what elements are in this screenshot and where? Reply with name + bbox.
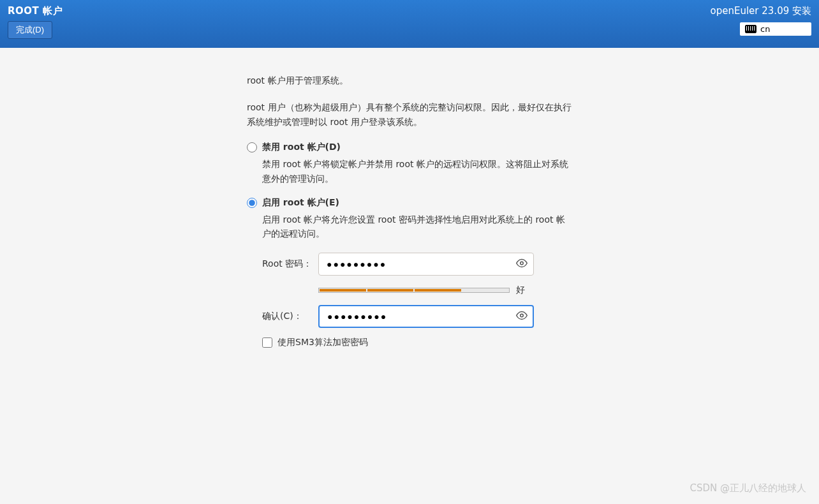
watermark: CSDN @正儿八经的地球人 bbox=[690, 482, 806, 494]
password-strength-label: 好 bbox=[516, 285, 525, 296]
svg-point-1 bbox=[520, 314, 524, 317]
disable-root-option[interactable]: 禁用 root 帐户(D) bbox=[247, 142, 572, 153]
password-form: Root 密码： 好 确认(C)： bbox=[262, 253, 572, 348]
description-2: root 用户（也称为超级用户）具有整个系统的完整访问权限。因此，最好仅在执行系… bbox=[247, 100, 572, 129]
strength-segment bbox=[320, 289, 366, 292]
strength-segment bbox=[415, 289, 461, 292]
confirm-label: 确认(C)： bbox=[262, 311, 311, 322]
disable-root-description: 禁用 root 帐户将锁定帐户并禁用 root 帐户的远程访问权限。这将阻止对系… bbox=[262, 157, 572, 186]
page-title: ROOT 帐户 bbox=[8, 5, 63, 17]
root-password-input[interactable] bbox=[318, 253, 534, 276]
confirm-row: 确认(C)： bbox=[262, 305, 572, 328]
password-row: Root 密码： bbox=[262, 253, 572, 276]
sm3-checkbox[interactable] bbox=[262, 337, 272, 348]
enable-root-label[interactable]: 启用 root 帐户(E) bbox=[262, 197, 339, 209]
enable-root-radio[interactable] bbox=[247, 198, 257, 208]
content-column: root 帐户用于管理系统。 root 用户（也称为超级用户）具有整个系统的完整… bbox=[247, 73, 572, 348]
password-input-wrapper bbox=[318, 253, 534, 276]
keyboard-layout-label: cn bbox=[760, 24, 770, 34]
strength-segment bbox=[367, 289, 414, 292]
confirm-password-input[interactable] bbox=[318, 305, 534, 328]
strength-segment bbox=[462, 289, 509, 292]
show-confirm-password-icon[interactable] bbox=[516, 309, 528, 323]
disable-root-label[interactable]: 禁用 root 帐户(D) bbox=[262, 142, 341, 153]
header-right: openEuler 23.09 安装 cn bbox=[711, 5, 811, 43]
keyboard-icon bbox=[745, 25, 756, 33]
header-left: ROOT 帐户 完成(D) bbox=[8, 5, 63, 43]
done-button[interactable]: 完成(D) bbox=[8, 21, 52, 39]
password-strength-meter bbox=[318, 288, 510, 293]
sm3-label[interactable]: 使用SM3算法加密密码 bbox=[277, 337, 368, 348]
description-1: root 帐户用于管理系统。 bbox=[247, 73, 572, 87]
password-label: Root 密码： bbox=[262, 258, 311, 270]
password-strength-row: 好 bbox=[318, 285, 572, 296]
confirm-input-wrapper bbox=[318, 305, 534, 328]
disable-root-radio[interactable] bbox=[247, 142, 257, 152]
header-bar: ROOT 帐户 完成(D) openEuler 23.09 安装 cn bbox=[0, 0, 819, 48]
main-content: root 帐户用于管理系统。 root 用户（也称为超级用户）具有整个系统的完整… bbox=[0, 48, 819, 374]
enable-root-description: 启用 root 帐户将允许您设置 root 密码并选择性地启用对此系统上的 ro… bbox=[262, 212, 572, 241]
svg-point-0 bbox=[520, 262, 524, 265]
show-password-icon[interactable] bbox=[516, 257, 528, 271]
sm3-checkbox-row[interactable]: 使用SM3算法加密密码 bbox=[262, 337, 572, 348]
keyboard-layout-indicator[interactable]: cn bbox=[740, 22, 811, 36]
installer-title: openEuler 23.09 安装 bbox=[711, 5, 811, 17]
enable-root-option[interactable]: 启用 root 帐户(E) bbox=[247, 197, 572, 209]
